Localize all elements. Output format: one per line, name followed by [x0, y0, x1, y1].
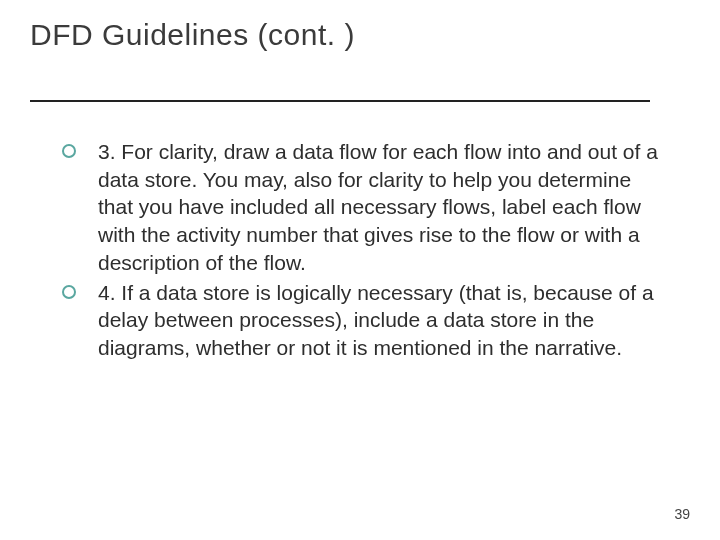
list-item: 3. For clarity, draw a data flow for eac… — [62, 138, 662, 277]
slide: DFD Guidelines (cont. ) 3. For clarity, … — [0, 0, 720, 540]
ring-bullet-icon — [62, 144, 76, 158]
page-number: 39 — [674, 506, 690, 522]
body-content: 3. For clarity, draw a data flow for eac… — [62, 138, 662, 364]
slide-title: DFD Guidelines (cont. ) — [30, 18, 355, 52]
list-item-text: 4. If a data store is logically necessar… — [98, 279, 662, 362]
ring-bullet-icon — [62, 285, 76, 299]
title-divider — [30, 100, 650, 102]
list-item-text: 3. For clarity, draw a data flow for eac… — [98, 138, 662, 277]
list-item: 4. If a data store is logically necessar… — [62, 279, 662, 362]
